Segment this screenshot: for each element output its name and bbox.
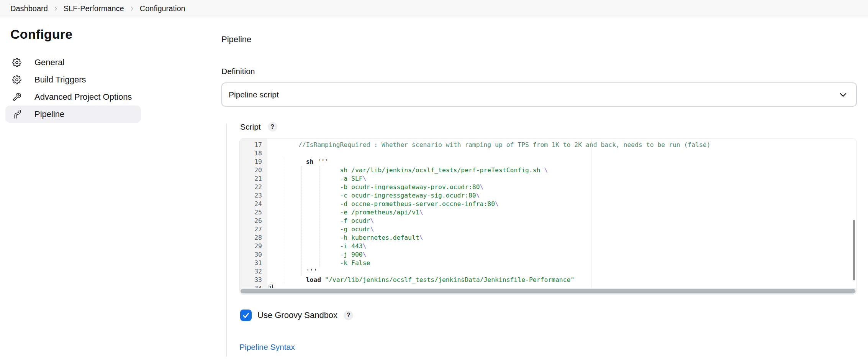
gutter-line-number: 18: [240, 149, 267, 158]
help-icon[interactable]: ?: [268, 122, 277, 132]
gutter-line-number: 31: [240, 259, 267, 267]
pipeline-syntax-link[interactable]: Pipeline Syntax: [239, 343, 295, 352]
code-line[interactable]: //IsRampingRequired : Whether scenario w…: [268, 141, 856, 149]
indent-guide: [284, 158, 284, 284]
gutter-line-number: 32: [240, 267, 267, 276]
chevron-down-icon: [839, 90, 848, 99]
definition-label: Definition: [221, 67, 255, 76]
code-line[interactable]: ''': [268, 267, 856, 276]
definition-select[interactable]: Pipeline script: [221, 82, 857, 107]
sidebar-item-pipeline[interactable]: Pipeline: [5, 105, 141, 123]
indent-guide: [301, 166, 302, 276]
chevron-right-icon: [53, 6, 59, 12]
help-icon[interactable]: ?: [344, 311, 353, 320]
gutter-line-number: 28: [240, 234, 267, 242]
gutter-line-number: 24: [240, 200, 267, 208]
checkmark-icon: [242, 311, 250, 319]
sidebar-item-general[interactable]: General: [5, 54, 141, 71]
indent-guide: [319, 166, 319, 267]
gutter-line-number: 23: [240, 191, 267, 200]
sandbox-label: Use Groovy Sandbox: [257, 310, 337, 320]
code-line[interactable]: -c ocudr-ingressgateway-sig.ocudr:80\: [268, 191, 856, 200]
sidebar-item-advanced-project-options[interactable]: Advanced Project Options: [5, 88, 141, 105]
code-line[interactable]: load "/var/lib/jenkins/ocslf_tests/jenki…: [268, 276, 856, 284]
gear-icon: [12, 75, 21, 84]
code-line[interactable]: -b ocudr-ingressgateway-prov.ocudr:80\: [268, 183, 856, 191]
code-line[interactable]: -k False: [268, 259, 856, 267]
gutter-line-number: 33: [240, 276, 267, 284]
code-line[interactable]: -j 900\: [268, 250, 856, 259]
vertical-scrollbar-thumb[interactable]: [853, 220, 855, 280]
code-line[interactable]: -g ocudr\: [268, 225, 856, 234]
use-groovy-sandbox-checkbox[interactable]: [240, 310, 252, 321]
configure-nav: General Build Triggers Advanced Project …: [5, 54, 141, 123]
gutter-line-number: 30: [240, 250, 267, 259]
sidebar-item-label: Pipeline: [34, 109, 64, 119]
code-line[interactable]: -d occne-prometheus-server.occne-infra:8…: [268, 200, 856, 208]
code-line[interactable]: -a SLF\: [268, 175, 856, 183]
breadcrumb-item-configuration[interactable]: Configuration: [140, 4, 185, 13]
gutter-line-number: 22: [240, 183, 267, 191]
gutter-line-number: 27: [240, 225, 267, 234]
editor-lines[interactable]: //IsRampingRequired : Whether scenario w…: [267, 139, 856, 294]
gear-icon: [12, 58, 21, 67]
code-line[interactable]: -f ocudr\: [268, 217, 856, 225]
script-field-header: Script ?: [240, 122, 277, 132]
script-label: Script: [240, 122, 261, 132]
section-title: Pipeline: [221, 35, 251, 44]
gutter-line-number: 26: [240, 217, 267, 225]
column-ruler: [591, 139, 591, 294]
sidebar-item-label: Advanced Project Options: [34, 92, 132, 102]
jenkins-configure-page: Dashboard SLF-Performance Configuration …: [0, 0, 868, 359]
gutter-line-number: 29: [240, 242, 267, 250]
breadcrumb-bar: Dashboard SLF-Performance Configuration: [0, 0, 868, 17]
code-line[interactable]: -h kubernetes.default\: [268, 234, 856, 242]
pipeline-icon: [12, 110, 21, 119]
editor-gutter: 171819202122232425262728293031323334: [240, 139, 267, 294]
section-divider: [226, 124, 227, 357]
sidebar-item-build-triggers[interactable]: Build Triggers: [5, 71, 141, 88]
gutter-line-number: 19: [240, 158, 267, 166]
sidebar-item-label: General: [34, 58, 64, 68]
code-line[interactable]: sh ''': [268, 158, 856, 166]
gutter-line-number: 17: [240, 141, 267, 149]
code-line[interactable]: sh /var/lib/jenkins/ocslf_tests/perf-pre…: [268, 166, 856, 175]
breadcrumb-item-job[interactable]: SLF-Performance: [64, 4, 124, 13]
horizontal-scrollbar-thumb[interactable]: [241, 289, 855, 293]
sidebar-item-label: Build Triggers: [34, 75, 86, 85]
pipeline-script-editor[interactable]: 171819202122232425262728293031323334 //I…: [239, 138, 857, 295]
chevron-right-icon: [129, 6, 135, 12]
code-line[interactable]: [268, 149, 856, 158]
wrench-icon: [12, 92, 21, 102]
gutter-line-number: 25: [240, 208, 267, 217]
gutter-line-number: 21: [240, 175, 267, 183]
code-line[interactable]: -e /prometheus/api/v1\: [268, 208, 856, 217]
horizontal-scrollbar-track[interactable]: [240, 288, 856, 294]
page-title: Configure: [10, 27, 72, 42]
code-line[interactable]: -i 443\: [268, 242, 856, 250]
gutter-line-number: 20: [240, 166, 267, 175]
definition-select-value: Pipeline script: [229, 90, 839, 99]
breadcrumb-item-dashboard[interactable]: Dashboard: [10, 4, 48, 13]
sandbox-row: Use Groovy Sandbox ?: [240, 310, 353, 321]
